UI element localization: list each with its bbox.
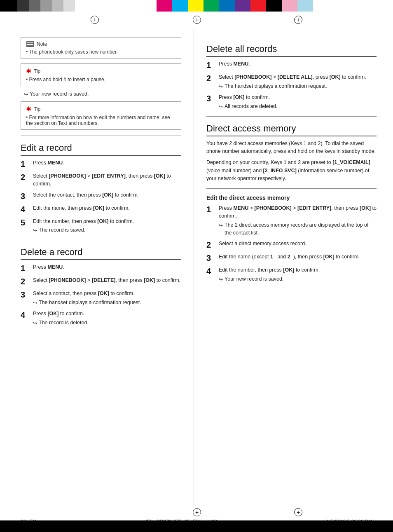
edit-step-4: 4 Edit the name, then press [OK] to conf… <box>21 204 181 214</box>
direct-access-intro1: You have 2 direct access memories (Keys … <box>206 140 377 156</box>
note-text-content: The phonebook only saves new number. <box>29 49 117 55</box>
delete-step-content-4: Press [OK] to confirm. ↪ The record is d… <box>33 310 181 327</box>
color-swatch-dark-gray <box>17 0 29 12</box>
da-step-3: 3 Edit the name (except 1_ and 2_), then… <box>206 253 377 263</box>
da-step-4-arrow: ↪ Your new record is saved. <box>219 275 377 283</box>
tip-text-2: • For more information on how to edit th… <box>26 115 176 126</box>
da-step-num-2: 2 <box>206 240 215 250</box>
da-step-num-4: 4 <box>206 266 215 276</box>
arrow-icon-da2: ↪ <box>219 83 223 90</box>
dall-step-2: 2 Select [PHONEBOOK] > [DELETE ALL], pre… <box>206 73 377 90</box>
delete-step-4-arrow: ↪ The record is deleted. <box>33 319 181 327</box>
delete-step-num-1: 1 <box>21 263 29 273</box>
tip-star-icon-1: ✱ <box>26 67 31 75</box>
dall-step-content-3: Press [OK] to confirm. ↪ All records are… <box>219 94 377 110</box>
da-step-num-3: 3 <box>206 253 215 263</box>
arrow-text-d3: The handset displays a confirmation requ… <box>39 299 141 307</box>
edit-step-3: 3 Select the contact, then press [OK] to… <box>21 191 181 201</box>
direct-access-steps: 1 Press MENU > [PHONEBOOK] > [EDIT ENTRY… <box>206 204 377 283</box>
color-swatch-pink <box>282 0 297 12</box>
direct-access-heading: Direct access memory <box>206 123 377 136</box>
da-step-num-1: 1 <box>206 204 215 214</box>
edit-step-5: 5 Edit the number, then press [OK] to co… <box>21 218 181 234</box>
arrow-icon-da-4: ↪ <box>219 276 223 283</box>
color-swatch-black2 <box>266 0 282 12</box>
dall-step-num-3: 3 <box>206 94 215 103</box>
tip-title-1: Tip <box>34 68 40 74</box>
delete-all-steps: 1 Press MENU. 2 Select [PHONEBOOK] > [DE… <box>206 60 377 110</box>
edit-step-num-4: 4 <box>21 204 29 214</box>
reg-mark-top-right <box>294 16 302 24</box>
arrow-text-d4: The record is deleted. <box>39 319 89 327</box>
delete-step-2: 2 Select [PHONEBOOK] > [DELETE], then pr… <box>21 277 181 286</box>
edit-step-1: 1 Press MENU. <box>21 159 181 169</box>
delete-step-content-2: Select [PHONEBOOK] > [DELETE], then pres… <box>33 277 181 284</box>
color-swatch-magenta <box>157 0 172 12</box>
top-bar-right <box>157 0 393 12</box>
intro1-text: You have 2 direct access memories (Keys … <box>206 141 376 154</box>
color-swatch-light-cyan <box>297 0 313 12</box>
tip-header-2: ✱ Tip <box>26 105 176 113</box>
dall-step-content-1: Press MENU. <box>219 60 377 68</box>
delete-step-3-arrow: ↪ The handset displays a confirmation re… <box>33 299 181 307</box>
edit-step-2: 2 Select [PHONEBOOK] > [EDIT ENTRY], the… <box>21 172 181 188</box>
direct-access-intro2: Depending on your country, Keys 1 and 2 … <box>206 159 377 183</box>
dall-step-num-2: 2 <box>206 73 215 83</box>
tip-header-1: ✱ Tip <box>26 67 176 75</box>
arrow-text-da-4: Your new record is saved. <box>225 275 283 283</box>
arrow-saved-text: Your new record is saved. <box>30 91 89 97</box>
arrow-icon-d3: ↪ <box>33 299 37 307</box>
arrow-icon-5: ↪ <box>33 227 37 234</box>
dall-step-num-1: 1 <box>206 60 215 70</box>
dall-step-3-arrow: ↪ All records are deleted. <box>219 103 377 110</box>
delete-step-1: 1 Press MENU. <box>21 263 181 273</box>
color-swatch-gray <box>29 0 40 12</box>
edit-step-num-2: 2 <box>21 172 29 182</box>
delete-record-heading: Delete a record <box>21 247 181 260</box>
delete-record-steps: 1 Press MENU. 2 Select [PHONEBOOK] > [DE… <box>21 263 181 327</box>
divider-delete <box>21 240 181 240</box>
edit-step-content-2: Select [PHONEBOOK] > [EDIT ENTRY], then … <box>33 172 181 188</box>
arrow-record-saved: ↪ Your new record is saved. <box>24 91 181 97</box>
note-icon <box>26 41 34 47</box>
edit-step-content-4: Edit the name, then press [OK] to confir… <box>33 204 181 212</box>
edit-record-heading: Edit a record <box>21 143 181 156</box>
tip-title-2: Tip <box>34 106 40 112</box>
divider-direct <box>206 116 377 117</box>
edit-step-num-3: 3 <box>21 191 29 201</box>
left-column: Note • The phonebook only saves new numb… <box>0 29 194 511</box>
da-step-content-1: Press MENU > [PHONEBOOK] > [EDIT ENTRY],… <box>219 204 377 237</box>
note-header: Note <box>26 41 176 47</box>
reg-mark-top-left <box>91 16 99 24</box>
arrow-icon-da3: ↪ <box>219 103 223 110</box>
delete-step-3: 3 Select a contact, then press [OK] to c… <box>21 290 181 307</box>
color-swatch-white <box>63 0 75 12</box>
edit-step-5-arrow: ↪ The record is saved. <box>33 226 181 234</box>
arrow-text-da2: The handset displays a confirmation requ… <box>225 82 327 90</box>
right-column: Delete all records 1 Press MENU. 2 Selec… <box>194 29 393 511</box>
dall-step-content-2: Select [PHONEBOOK] > [DELETE ALL], press… <box>219 73 377 90</box>
color-swatch-yellow <box>188 0 204 12</box>
delete-step-num-2: 2 <box>21 277 29 286</box>
color-swatch-purple <box>235 0 250 12</box>
divider-edit-direct <box>206 188 377 189</box>
tip-box-1: ✱ Tip • Press and hold # to insert a pau… <box>21 63 181 86</box>
arrow-icon-d4: ↪ <box>33 319 37 327</box>
page: Note • The phonebook only saves new numb… <box>0 0 393 532</box>
da-step-1: 1 Press MENU > [PHONEBOOK] > [EDIT ENTRY… <box>206 204 377 237</box>
arrow-text-da3: All records are deleted. <box>225 103 278 110</box>
tip-star-icon-2: ✱ <box>26 105 31 113</box>
top-color-bar <box>0 0 393 12</box>
reg-mark-top-center <box>193 16 201 24</box>
note-text: • The phonebook only saves new number. <box>26 49 176 55</box>
edit-step-content-5: Edit the number, then press [OK] to conf… <box>33 218 181 234</box>
note-title: Note <box>37 41 47 47</box>
da-step-content-4: Edit the number, then press [OK] to conf… <box>219 266 377 283</box>
svg-rect-1 <box>27 42 33 43</box>
color-swatch-lighter-gray <box>52 0 63 12</box>
edit-direct-subheading: Edit the direct access memory <box>206 195 377 201</box>
bottom-bar <box>0 520 393 532</box>
arrow-icon-da-1: ↪ <box>219 222 223 229</box>
divider-edit <box>21 136 181 136</box>
tip-box-2: ✱ Tip • For more information on how to e… <box>21 101 181 130</box>
